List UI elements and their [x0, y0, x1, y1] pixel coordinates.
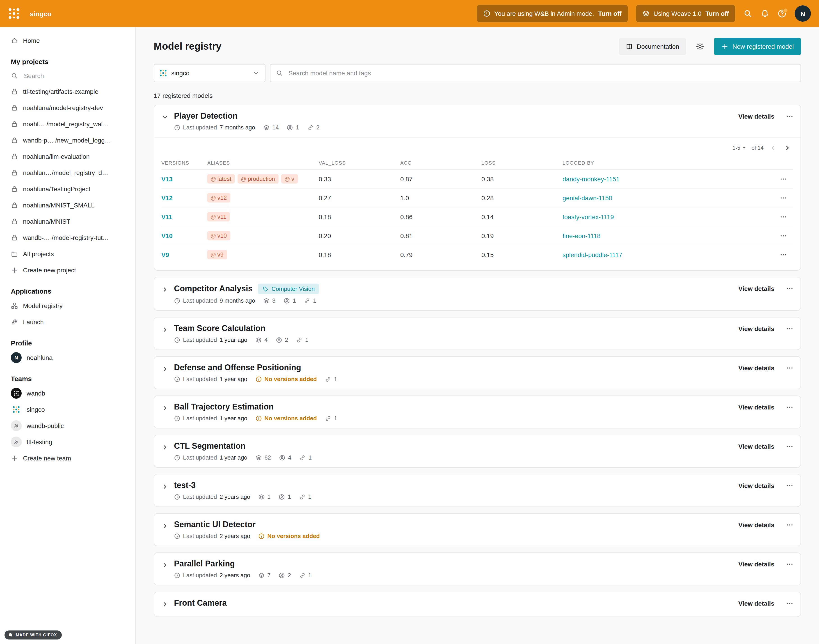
version-link[interactable]: V13 — [161, 175, 207, 182]
row-menu-button[interactable] — [773, 175, 793, 182]
card-menu-button[interactable] — [786, 561, 793, 568]
sidebar-search[interactable] — [0, 68, 135, 83]
sidebar-item-launch[interactable]: Launch — [0, 314, 135, 330]
view-details-link[interactable]: View details — [738, 561, 775, 568]
logged-by-link[interactable]: fine-eon-1118 — [563, 232, 773, 239]
sidebar-item-team-singco[interactable]: singco — [0, 402, 135, 418]
model-name[interactable]: Player Detection — [174, 111, 237, 121]
page-size-select[interactable]: 1-5 — [732, 145, 747, 151]
card-menu-button[interactable] — [786, 521, 793, 529]
alias-badge[interactable]: @v9 — [207, 250, 227, 259]
model-name[interactable]: CTL Segmentation — [174, 442, 245, 451]
topbar-team-name[interactable]: singco — [30, 10, 52, 17]
model-name[interactable]: Parallel Parking — [174, 559, 235, 569]
sidebar-item-project[interactable]: noahl… /model_registry_wal… — [0, 116, 135, 132]
prev-page-button[interactable] — [768, 143, 778, 153]
model-name[interactable]: test-3 — [174, 481, 196, 490]
view-details-link[interactable]: View details — [738, 600, 775, 607]
sidebar-item-model-registry[interactable]: Model registry — [0, 297, 135, 314]
version-link[interactable]: V10 — [161, 232, 207, 239]
wandb-logo-icon[interactable] — [8, 8, 20, 19]
model-name[interactable]: Team Score Calculation — [174, 324, 265, 333]
sidebar-item-project[interactable]: noahluna/model-registry-dev — [0, 100, 135, 116]
model-name[interactable]: Defense and Offense Positioning — [174, 363, 301, 373]
entity-select[interactable]: singco — [154, 64, 265, 82]
expand-button[interactable] — [161, 402, 171, 414]
weave-banner[interactable]: Using Weave 1.0 Turn off — [636, 5, 735, 22]
sidebar-item-team-ttl-testing[interactable]: ttl-testing — [0, 434, 135, 450]
weave-turn-off-link[interactable]: Turn off — [706, 10, 729, 17]
view-details-link[interactable]: View details — [738, 285, 775, 292]
sidebar-item-project[interactable]: noahluna/MNIST_SMALL — [0, 197, 135, 213]
logged-by-link[interactable]: splendid-puddle-1117 — [563, 251, 773, 258]
model-name[interactable]: Competitor Analysis — [174, 284, 253, 294]
version-link[interactable]: V9 — [161, 251, 207, 258]
row-menu-button[interactable] — [773, 251, 793, 258]
card-menu-button[interactable] — [786, 443, 793, 450]
row-menu-button[interactable] — [773, 213, 793, 220]
logged-by-link[interactable]: genial-dawn-1150 — [563, 194, 773, 201]
sidebar-item-team-wandb[interactable]: wandb — [0, 385, 135, 402]
admin-mode-banner[interactable]: You are using W&B in Admin mode. Turn of… — [477, 5, 628, 22]
sidebar-item-project[interactable]: wandb-… /model-registry-tut… — [0, 230, 135, 246]
view-details-link[interactable]: View details — [738, 521, 775, 529]
help-button[interactable] — [778, 9, 787, 18]
notifications-button[interactable] — [761, 9, 769, 18]
card-menu-button[interactable] — [786, 113, 793, 120]
expand-button[interactable] — [161, 324, 171, 336]
sidebar-item-all-projects[interactable]: All projects — [0, 246, 135, 262]
expand-button[interactable] — [161, 559, 171, 571]
next-page-button[interactable] — [782, 143, 792, 153]
sidebar-item-project[interactable]: noahluna/TestingProject — [0, 181, 135, 197]
expand-button[interactable] — [161, 481, 171, 492]
card-menu-button[interactable] — [786, 600, 793, 607]
sidebar-item-project[interactable]: wandb-p… /new_model_logg… — [0, 132, 135, 149]
version-link[interactable]: V12 — [161, 194, 207, 201]
model-search-input[interactable] — [288, 69, 795, 77]
expand-button[interactable] — [161, 363, 171, 375]
model-name[interactable]: Semantic UI Detector — [174, 520, 256, 529]
sidebar-item-team-wandb-public[interactable]: wandb-public — [0, 418, 135, 434]
row-menu-button[interactable] — [773, 232, 793, 239]
version-link[interactable]: V11 — [161, 213, 207, 220]
alias-badge[interactable]: @v10 — [207, 231, 230, 241]
collapse-button[interactable] — [161, 111, 171, 123]
card-menu-button[interactable] — [786, 364, 793, 372]
alias-badge[interactable]: @v12 — [207, 193, 230, 202]
model-name[interactable]: Front Camera — [174, 598, 227, 608]
view-details-link[interactable]: View details — [738, 482, 775, 489]
tag-badge[interactable]: Computer Vision — [258, 284, 319, 294]
new-registered-model-button[interactable]: New registered model — [714, 38, 801, 55]
topbar-search-button[interactable] — [743, 9, 752, 18]
view-details-link[interactable]: View details — [738, 325, 775, 333]
view-details-link[interactable]: View details — [738, 113, 775, 120]
model-name[interactable]: Ball Trajectory Estimation — [174, 402, 274, 412]
user-avatar[interactable]: N — [795, 5, 811, 21]
row-menu-button[interactable] — [773, 194, 793, 201]
alias-badge[interactable]: @latest — [207, 174, 235, 184]
documentation-button[interactable]: Documentation — [618, 38, 686, 55]
card-menu-button[interactable] — [786, 285, 793, 292]
view-details-link[interactable]: View details — [738, 364, 775, 372]
sidebar-search-input[interactable] — [23, 72, 129, 80]
logged-by-link[interactable]: toasty-vortex-1119 — [563, 213, 773, 220]
card-menu-button[interactable] — [786, 325, 793, 333]
card-menu-button[interactable] — [786, 403, 793, 411]
alias-badge[interactable]: @v — [281, 174, 298, 184]
view-details-link[interactable]: View details — [738, 403, 775, 411]
sidebar-item-project[interactable]: ttl-testing/artifacts-example — [0, 83, 135, 100]
alias-badge[interactable]: @production — [238, 174, 279, 184]
logged-by-link[interactable]: dandy-monkey-1151 — [563, 175, 773, 182]
sidebar-item-project[interactable]: noahluna/llm-evaluation — [0, 149, 135, 165]
expand-button[interactable] — [161, 520, 171, 532]
sidebar-item-project[interactable]: noahlun…/model_registry_d… — [0, 165, 135, 181]
sidebar-item-home[interactable]: Home — [0, 32, 135, 49]
sidebar-item-create-team[interactable]: Create new team — [0, 450, 135, 466]
expand-button[interactable] — [161, 284, 171, 295]
expand-button[interactable] — [161, 442, 171, 453]
model-search[interactable] — [270, 64, 801, 82]
sidebar-item-profile[interactable]: N noahluna — [0, 350, 135, 366]
alias-badge[interactable]: @v11 — [207, 212, 230, 221]
admin-turn-off-link[interactable]: Turn off — [598, 10, 622, 17]
expand-button[interactable] — [161, 598, 171, 610]
